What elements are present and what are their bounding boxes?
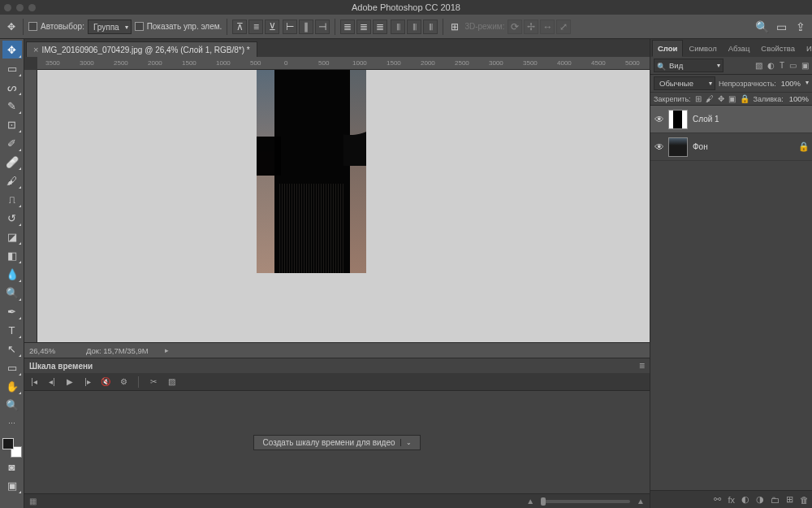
doc-size[interactable]: Док: 15,7M/35,9M xyxy=(86,346,149,355)
visibility-icon[interactable]: 👁 xyxy=(650,114,668,125)
search-icon[interactable]: 🔍 xyxy=(755,20,768,33)
settings-icon[interactable]: ⚙ xyxy=(119,377,128,387)
zoom-dot[interactable] xyxy=(28,4,36,11)
layer-thumbnail[interactable] xyxy=(668,137,688,157)
move-tool[interactable]: ✥ xyxy=(2,41,22,59)
align-bottom-icon[interactable]: ⊻ xyxy=(265,20,279,34)
auto-select-checkbox[interactable] xyxy=(28,22,37,31)
timeline-mode-icon[interactable]: ▦ xyxy=(29,497,37,506)
brush-tool[interactable]: 🖌 xyxy=(2,172,22,189)
lasso-tool[interactable]: ᔕ xyxy=(2,78,22,96)
quick-select-tool[interactable]: ✎ xyxy=(2,97,22,115)
screen-mode[interactable]: ▣ xyxy=(2,476,22,494)
create-timeline-dropdown-icon[interactable]: ⌄ xyxy=(400,439,412,446)
adjustment-icon[interactable]: ◑ xyxy=(756,494,764,505)
blur-tool[interactable]: 💧 xyxy=(2,265,22,283)
align-top-icon[interactable]: ⊼ xyxy=(232,20,247,34)
workspace-icon[interactable]: ▭ xyxy=(775,20,788,33)
filter-shape-icon[interactable]: ▭ xyxy=(789,61,797,70)
zoom-tool[interactable]: 🔍 xyxy=(2,396,22,414)
visibility-icon[interactable]: 👁 xyxy=(650,141,668,153)
link-layers-icon[interactable]: ⚯ xyxy=(714,494,721,505)
zoom-field[interactable]: 26,45% xyxy=(29,346,70,355)
align-vcenter-icon[interactable]: ≡ xyxy=(248,20,263,34)
align-hcenter-icon[interactable]: ∥ xyxy=(299,20,313,34)
panel-tab[interactable]: История xyxy=(801,40,812,57)
dist-bottom-icon[interactable]: ≣ xyxy=(373,20,387,34)
layer-filter-kind[interactable]: Вид xyxy=(654,59,723,72)
dodge-tool[interactable]: 🔍 xyxy=(2,284,22,302)
opacity-value[interactable]: 100% xyxy=(780,79,809,88)
panel-tab[interactable]: Свойства xyxy=(755,40,801,57)
shape-tool[interactable]: ▭ xyxy=(2,358,22,376)
stamp-tool[interactable]: ⎍ xyxy=(2,190,22,208)
healing-tool[interactable]: 🩹 xyxy=(2,153,22,171)
zoom-out-icon[interactable]: ▲ xyxy=(526,497,534,506)
play-icon[interactable]: ▶ xyxy=(65,377,75,387)
timeline-zoom-slider[interactable] xyxy=(541,500,630,503)
layer-row[interactable]: 👁Слой 1 xyxy=(650,106,812,133)
layer-name[interactable]: Фон xyxy=(693,142,796,151)
crop-tool[interactable]: ⊡ xyxy=(2,115,22,133)
fx-icon[interactable]: fx xyxy=(728,495,735,505)
document-tab[interactable]: × IMG_20160906_070429.jpg @ 26,4% (Слой … xyxy=(26,41,257,57)
show-transform-checkbox[interactable] xyxy=(135,22,144,31)
panel-tab[interactable]: Символ xyxy=(683,40,722,57)
fg-bg-swatch[interactable] xyxy=(2,438,22,458)
canvas[interactable] xyxy=(37,70,650,342)
new-layer-icon[interactable]: ⊞ xyxy=(786,494,793,505)
next-frame-icon[interactable]: |▸ xyxy=(83,377,93,387)
horizontal-ruler[interactable]: 3500300025002000150010005000500100015002… xyxy=(37,57,650,70)
timeline-menu-icon[interactable]: ≡ xyxy=(639,360,645,371)
auto-select-target[interactable]: Группа xyxy=(88,20,132,34)
status-flyout-icon[interactable]: ▸ xyxy=(165,346,169,354)
share-icon[interactable]: ⇪ xyxy=(794,20,807,33)
layer-lock-icon[interactable]: 🔒 xyxy=(796,141,812,152)
edit-toolbar[interactable]: ⋯ xyxy=(2,415,22,432)
eraser-tool[interactable]: ◪ xyxy=(2,228,22,245)
document-image[interactable] xyxy=(257,70,366,273)
move-tool-icon[interactable]: ✥ xyxy=(5,20,18,33)
fg-color[interactable] xyxy=(2,438,14,449)
dist-right-icon[interactable]: ⫴ xyxy=(423,20,438,34)
auto-align-icon[interactable]: ⊞ xyxy=(448,20,461,33)
filter-pixel-icon[interactable]: ▧ xyxy=(755,61,762,70)
lock-all-icon[interactable]: 🔒 xyxy=(740,94,749,103)
window-controls[interactable] xyxy=(4,4,36,11)
blend-mode-select[interactable]: Обычные xyxy=(654,76,715,90)
zoom-in-icon[interactable]: ▲ xyxy=(637,497,645,506)
trash-icon[interactable]: 🗑 xyxy=(800,495,809,505)
pen-tool[interactable]: ✒ xyxy=(2,302,22,320)
hand-tool[interactable]: ✋ xyxy=(2,377,22,395)
lock-paint-icon[interactable]: 🖌 xyxy=(706,94,714,103)
fill-value[interactable]: 100% xyxy=(788,94,812,103)
dist-left-icon[interactable]: ⫴ xyxy=(391,20,405,34)
layer-thumbnail[interactable] xyxy=(668,110,688,129)
close-dot[interactable] xyxy=(4,4,11,11)
lock-position-icon[interactable]: ✥ xyxy=(718,94,724,103)
close-tab-icon[interactable]: × xyxy=(33,45,38,54)
type-tool[interactable]: T xyxy=(2,321,22,339)
first-frame-icon[interactable]: |◂ xyxy=(29,377,39,387)
panel-tab[interactable]: Слои xyxy=(652,40,683,57)
split-icon[interactable]: ✂ xyxy=(149,377,158,387)
panel-tab[interactable]: Абзац xyxy=(723,40,756,57)
marquee-tool[interactable]: ▭ xyxy=(2,59,22,77)
layer-name[interactable]: Слой 1 xyxy=(693,115,796,124)
align-right-icon[interactable]: ⊣ xyxy=(315,20,330,34)
eyedropper-tool[interactable]: ✐ xyxy=(2,134,22,152)
vertical-ruler[interactable] xyxy=(24,70,37,342)
minimize-dot[interactable] xyxy=(16,4,24,11)
group-icon[interactable]: 🗀 xyxy=(771,495,780,505)
filter-type-icon[interactable]: T xyxy=(780,61,784,70)
path-select-tool[interactable]: ↖ xyxy=(2,340,22,358)
layer-row[interactable]: 👁Фон🔒 xyxy=(650,133,812,161)
dist-top-icon[interactable]: ≣ xyxy=(340,20,355,34)
gradient-tool[interactable]: ◧ xyxy=(2,246,22,264)
history-brush-tool[interactable]: ↺ xyxy=(2,209,22,227)
dist-hcenter-icon[interactable]: ⫴ xyxy=(407,20,421,34)
mute-icon[interactable]: 🔇 xyxy=(101,377,110,387)
prev-frame-icon[interactable]: ◂| xyxy=(47,377,57,387)
mask-icon[interactable]: ◐ xyxy=(741,494,749,505)
lock-artboard-icon[interactable]: ▣ xyxy=(728,94,736,103)
